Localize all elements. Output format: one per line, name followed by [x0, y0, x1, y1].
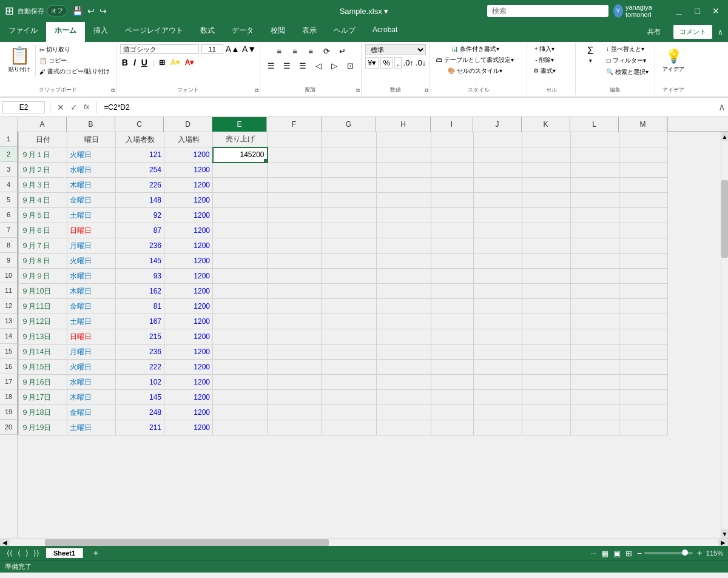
- copy-button[interactable]: 📋 コピー: [37, 56, 112, 66]
- cell-styles-button[interactable]: 🎨 セルのスタイル▾: [445, 66, 505, 76]
- font-name-input[interactable]: [120, 44, 199, 54]
- cell-a3[interactable]: ９月２日: [19, 163, 67, 178]
- cell-c2[interactable]: 121: [116, 147, 164, 163]
- comment-button[interactable]: コメント: [673, 24, 713, 39]
- cell-c9[interactable]: 145: [116, 254, 164, 269]
- cell-g7[interactable]: [322, 223, 377, 238]
- cell-m15[interactable]: [619, 344, 668, 360]
- cell-h11[interactable]: [377, 284, 431, 299]
- align-top-button[interactable]: ≡: [272, 44, 286, 58]
- cell-h4[interactable]: [377, 178, 431, 193]
- cell-f14[interactable]: [268, 329, 322, 344]
- cell-k2[interactable]: [522, 147, 571, 163]
- cell-d19[interactable]: 1200: [164, 405, 213, 420]
- cell-d1[interactable]: 入場料: [164, 132, 213, 147]
- col-header-g[interactable]: G: [322, 117, 376, 132]
- row-header-4[interactable]: 4: [0, 177, 18, 192]
- cell-e4[interactable]: [213, 178, 268, 193]
- cell-d8[interactable]: 1200: [164, 238, 213, 254]
- cell-a8[interactable]: ９月７日: [19, 238, 67, 254]
- cell-g3[interactable]: [322, 163, 377, 178]
- cell-c8[interactable]: 236: [116, 238, 164, 254]
- col-header-e[interactable]: E: [212, 117, 267, 132]
- text-direction-button[interactable]: ⟳: [319, 44, 334, 58]
- sheet-first-button[interactable]: ⟨⟨: [5, 549, 15, 557]
- cell-f13[interactable]: [268, 314, 322, 329]
- col-header-b[interactable]: B: [67, 117, 115, 132]
- cell-k7[interactable]: [522, 223, 571, 238]
- cell-a20[interactable]: ９月19日: [19, 420, 67, 435]
- cell-c15[interactable]: 236: [116, 344, 164, 360]
- cell-d16[interactable]: 1200: [164, 360, 213, 375]
- cell-g20[interactable]: [322, 420, 377, 435]
- cell-f16[interactable]: [268, 360, 322, 375]
- cell-d14[interactable]: 1200: [164, 329, 213, 344]
- cell-f1[interactable]: [268, 132, 322, 147]
- cell-g13[interactable]: [322, 314, 377, 329]
- cell-g19[interactable]: [322, 405, 377, 420]
- cell-m10[interactable]: [619, 269, 668, 284]
- cell-i13[interactable]: [431, 314, 474, 329]
- cell-e10[interactable]: [213, 269, 268, 284]
- close-button[interactable]: ✕: [709, 5, 723, 17]
- cell-g1[interactable]: [322, 132, 377, 147]
- cell-d4[interactable]: 1200: [164, 178, 213, 193]
- cell-e2[interactable]: 145200: [213, 147, 268, 163]
- merge-center-button[interactable]: ⊡: [343, 59, 357, 72]
- cell-k1[interactable]: [522, 132, 571, 147]
- cell-l10[interactable]: [571, 269, 619, 284]
- cell-g2[interactable]: [322, 147, 377, 163]
- cell-k9[interactable]: [522, 254, 571, 269]
- row-header-19[interactable]: 19: [0, 405, 18, 420]
- cell-i9[interactable]: [431, 254, 474, 269]
- cell-e18[interactable]: [213, 390, 268, 405]
- cell-m20[interactable]: [619, 420, 668, 435]
- cell-k13[interactable]: [522, 314, 571, 329]
- cell-m12[interactable]: [619, 299, 668, 314]
- cell-i8[interactable]: [431, 238, 474, 254]
- cell-f11[interactable]: [268, 284, 322, 299]
- align-right-button[interactable]: ☰: [295, 59, 310, 72]
- cell-f20[interactable]: [268, 420, 322, 435]
- row-header-14[interactable]: 14: [0, 329, 18, 344]
- cell-h15[interactable]: [377, 344, 431, 360]
- cell-b14[interactable]: 日曜日: [67, 329, 116, 344]
- cell-c5[interactable]: 148: [116, 193, 164, 208]
- cell-m9[interactable]: [619, 254, 668, 269]
- cell-l8[interactable]: [571, 238, 619, 254]
- cell-f17[interactable]: [268, 375, 322, 390]
- tab-page-layout[interactable]: ページレイアウト: [116, 22, 192, 42]
- font-expand-icon[interactable]: ⧉: [255, 87, 258, 94]
- row-header-10[interactable]: 10: [0, 268, 18, 283]
- cell-b1[interactable]: 曜日: [67, 132, 116, 147]
- row-header-1[interactable]: 1: [0, 132, 18, 147]
- cell-e17[interactable]: [213, 375, 268, 390]
- cell-e7[interactable]: [213, 223, 268, 238]
- paste-button[interactable]: 📋 貼り付け: [4, 45, 36, 76]
- cell-j4[interactable]: [474, 178, 522, 193]
- col-header-k[interactable]: K: [522, 117, 570, 132]
- cell-c6[interactable]: 92: [116, 208, 164, 223]
- cell-m19[interactable]: [619, 405, 668, 420]
- col-header-j[interactable]: J: [473, 117, 522, 132]
- sort-filter-button[interactable]: 🔍 検索と選択▾: [604, 67, 651, 77]
- cell-k14[interactable]: [522, 329, 571, 344]
- ideas-button[interactable]: 💡 アイデア: [659, 47, 688, 75]
- cell-b16[interactable]: 火曜日: [67, 360, 116, 375]
- cell-m11[interactable]: [619, 284, 668, 299]
- cell-h5[interactable]: [377, 193, 431, 208]
- cell-d5[interactable]: 1200: [164, 193, 213, 208]
- corner-cell[interactable]: [0, 117, 18, 132]
- row-header-9[interactable]: 9: [0, 253, 18, 268]
- ribbon-expand-icon[interactable]: ∧: [718, 28, 723, 36]
- cell-f8[interactable]: [268, 238, 322, 254]
- font-size-input[interactable]: [201, 44, 223, 54]
- cell-g10[interactable]: [322, 269, 377, 284]
- cell-g11[interactable]: [322, 284, 377, 299]
- cell-h10[interactable]: [377, 269, 431, 284]
- cell-e20[interactable]: [213, 420, 268, 435]
- cell-l1[interactable]: [571, 132, 619, 147]
- cell-m14[interactable]: [619, 329, 668, 344]
- scroll-thumb-vertical[interactable]: [721, 180, 728, 258]
- cell-b20[interactable]: 土曜日: [67, 420, 116, 435]
